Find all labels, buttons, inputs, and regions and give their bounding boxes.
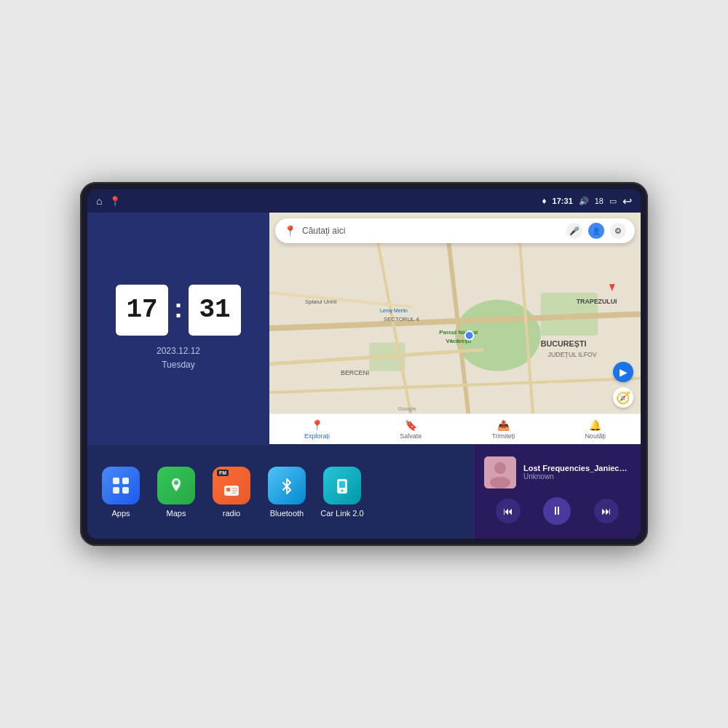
maps-icon-image [157,467,195,505]
map-widget[interactable]: BUCUREȘTI JUDEȚUL ILFOV BERCENI SECTORUL… [269,213,641,444]
clock-widget: 17 : 31 2023.12.12 Tuesday [87,213,269,444]
carlink-label: Car Link 2.0 [320,509,363,518]
maps-logo-icon: 📍 [284,225,296,237]
svg-text:Google: Google [398,405,416,412]
saved-icon: 🔖 [405,419,417,431]
svg-point-37 [494,462,506,474]
clock-hours: 17 [116,285,168,336]
svg-rect-34 [339,481,345,488]
clock-date: 2023.12.12 Tuesday [157,344,200,372]
svg-text:BUCUREȘTI: BUCUREȘTI [541,339,587,348]
news-label: Noutăți [585,432,606,440]
map-nav-saved[interactable]: 🔖 Salvate [400,419,422,440]
radio-icon-image: FM [213,467,250,505]
signal-icon: ♦ [542,196,546,206]
clock-colon: : [174,293,183,324]
svg-point-27 [174,480,178,485]
more-options-icon[interactable]: ⚙ [610,223,626,239]
svg-rect-25 [113,487,119,494]
app-icons-panel: Apps Maps FM [87,445,473,539]
svg-text:Splaiul Unirii: Splaiul Unirii [305,298,337,305]
status-bar-left: ⌂ 📍 [96,195,121,207]
svg-text:Leroy Merlin: Leroy Merlin [380,308,408,314]
share-icon: 📤 [497,419,510,431]
share-label: Trimiteți [492,432,515,440]
explore-icon: 📍 [311,419,323,431]
app-icon-bluetooth[interactable]: Bluetooth [265,467,309,518]
bluetooth-icon-image [268,467,306,505]
music-controls: ⏮ ⏸ ⏭ [484,494,630,528]
music-prev-button[interactable]: ⏮ [496,499,521,523]
svg-point-21 [465,331,474,340]
app-icon-maps[interactable]: Maps [154,467,198,518]
top-section: 17 : 31 2023.12.12 Tuesday [87,213,641,444]
music-player: Lost Frequencies_Janieck Devy-... Unknow… [473,445,641,539]
app-icon-carlink[interactable]: Car Link 2.0 [320,467,364,518]
svg-rect-29 [226,488,230,491]
svg-text:BERCENI: BERCENI [341,369,369,376]
clock-display: 17 : 31 [116,285,241,336]
car-display-device: ⌂ 📍 ♦ 17:31 🔊 18 ▭ ↩ 17 : [80,182,648,546]
music-title: Lost Frequencies_Janieck Devy-... [523,464,630,472]
svg-text:SECTORUL 4: SECTORUL 4 [384,316,419,323]
main-content: 17 : 31 2023.12.12 Tuesday [87,213,641,539]
radio-label: radio [223,509,240,518]
apps-icon-image [102,467,140,505]
maps-pin-icon[interactable]: 📍 [109,196,121,207]
saved-label: Salvate [400,432,422,440]
music-next-button[interactable]: ⏭ [594,499,619,523]
bottom-section: Apps Maps FM [87,444,641,539]
svg-text:JUDEȚUL ILFOV: JUDEȚUL ILFOV [548,351,597,358]
svg-point-35 [341,489,344,491]
bluetooth-label: Bluetooth [270,509,304,518]
map-search-actions: 🎤 👤 ⚙ [566,223,626,239]
music-info: Lost Frequencies_Janieck Devy-... Unknow… [484,456,630,488]
status-bar-right: ♦ 17:31 🔊 18 ▭ ↩ [542,194,632,208]
apps-label: Apps [111,509,130,518]
app-icon-radio[interactable]: FM radio [210,467,253,518]
map-navigate-button[interactable]: ▶ [613,362,633,382]
volume-icon: 🔊 [579,197,589,206]
map-nav-explore[interactable]: 📍 Explorați [304,419,330,440]
back-icon[interactable]: ↩ [622,194,632,208]
map-background: BUCUREȘTI JUDEȚUL ILFOV BERCENI SECTORUL… [269,213,641,444]
carlink-icon-image [323,467,361,505]
battery-level: 18 [595,197,604,205]
device-screen: ⌂ 📍 ♦ 17:31 🔊 18 ▭ ↩ 17 : [87,189,641,539]
map-search-bar[interactable]: 📍 Căutați aici 🎤 👤 ⚙ [275,218,635,243]
svg-point-38 [490,477,510,488]
svg-rect-23 [113,478,119,484]
clock-date-value: 2023.12.12 [157,344,200,358]
map-compass-button[interactable]: 🧭 [613,387,633,408]
map-nav-news[interactable]: 🔔 Noutăți [585,419,606,440]
music-details: Lost Frequencies_Janieck Devy-... Unknow… [523,464,630,480]
status-bar: ⌂ 📍 ♦ 17:31 🔊 18 ▭ ↩ [87,189,641,213]
time-display: 17:31 [553,197,573,205]
explore-label: Explorați [304,432,330,440]
app-icon-apps[interactable]: Apps [99,467,143,518]
svg-text:TRAPEZULUI: TRAPEZULUI [577,298,617,305]
music-thumbnail [484,456,516,488]
news-icon: 🔔 [589,419,601,431]
battery-icon: ▭ [609,197,617,206]
music-artist: Unknown [523,472,630,480]
home-icon[interactable]: ⌂ [96,195,102,207]
clock-minutes: 31 [189,285,241,336]
search-placeholder: Căutați aici [302,226,345,236]
map-nav-share[interactable]: 📤 Trimiteți [492,419,515,440]
account-icon[interactable]: 👤 [588,223,604,239]
clock-day-value: Tuesday [157,358,200,372]
music-play-button[interactable]: ⏸ [543,497,571,525]
map-bottom-bar: 📍 Explorați 🔖 Salvate 📤 Trimiteți � [269,414,641,444]
svg-rect-26 [122,487,129,494]
svg-rect-24 [122,478,129,484]
voice-search-icon[interactable]: 🎤 [566,223,582,239]
maps-label: Maps [167,509,186,518]
